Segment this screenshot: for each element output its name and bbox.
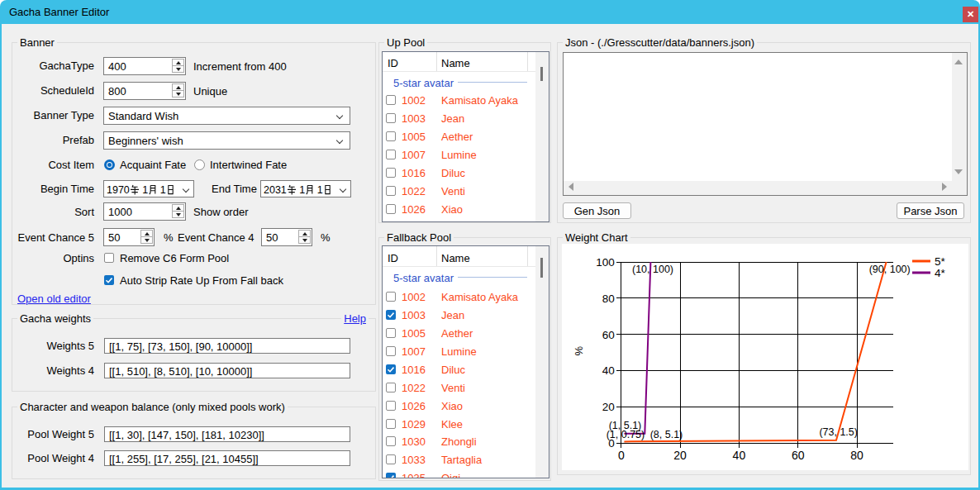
- svg-text:80: 80: [850, 449, 863, 462]
- svg-text:20: 20: [602, 401, 615, 413]
- svg-text:4*: 4*: [935, 267, 946, 279]
- svg-text:20: 20: [673, 449, 687, 462]
- svg-text:(73, 1.5): (73, 1.5): [819, 426, 858, 438]
- svg-text:(8, 5.1): (8, 5.1): [650, 429, 683, 440]
- svg-text:40: 40: [733, 449, 746, 462]
- svg-text:5*: 5*: [935, 255, 946, 268]
- svg-text:60: 60: [602, 329, 615, 341]
- svg-text:(10, 100): (10, 100): [632, 264, 673, 275]
- svg-text:80: 80: [602, 293, 615, 305]
- svg-text:0: 0: [618, 449, 625, 462]
- svg-text:100: 100: [596, 256, 615, 269]
- svg-text:(1, 0.75): (1, 0.75): [607, 429, 645, 440]
- svg-text:(90, 100): (90, 100): [869, 264, 911, 275]
- svg-text:%: %: [573, 346, 585, 356]
- svg-text:40: 40: [602, 364, 615, 377]
- svg-text:60: 60: [792, 449, 805, 462]
